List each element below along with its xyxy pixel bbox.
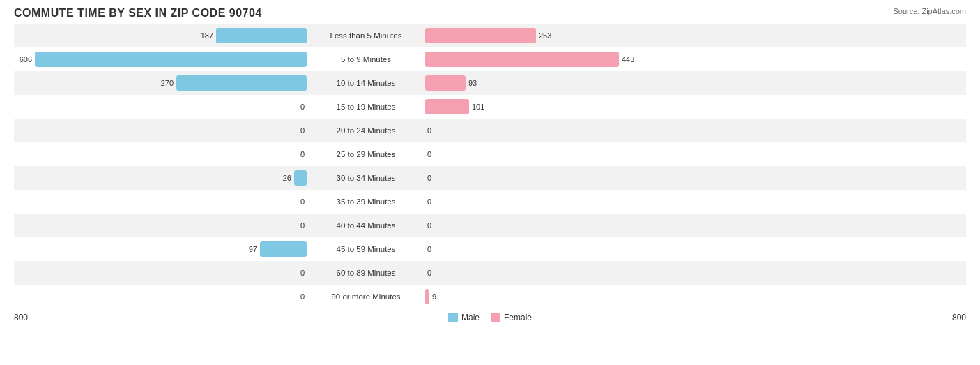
legend: Male Female — [448, 313, 532, 322]
female-value-zero: 0 — [425, 150, 434, 158]
left-bar-container: 97 — [14, 241, 307, 257]
legend-female-box — [491, 313, 500, 322]
female-value-zero: 0 — [425, 198, 434, 206]
legend-male: Male — [448, 313, 480, 322]
left-bar-container: 0 — [14, 126, 307, 135]
male-value-zero: 0 — [298, 292, 307, 301]
left-bar-container: 26 — [14, 170, 307, 186]
legend-male-box — [448, 313, 458, 322]
male-value-zero: 0 — [298, 126, 307, 135]
row-label: 90 or more Minutes — [307, 292, 425, 301]
female-value: 93 — [466, 79, 487, 87]
male-bar — [176, 75, 307, 91]
female-value-zero: 0 — [425, 126, 434, 135]
male-value-zero: 0 — [298, 198, 307, 206]
right-bar-container: 0 — [425, 150, 966, 158]
legend-female: Female — [491, 313, 532, 322]
chart-row: 187Less than 5 Minutes253 — [14, 24, 966, 47]
chart-row: 040 to 44 Minutes0 — [14, 214, 966, 237]
female-bar — [425, 75, 466, 91]
axis-left-label: 800 — [14, 313, 28, 322]
female-value-zero: 0 — [425, 245, 434, 253]
female-value-zero: 0 — [425, 221, 434, 230]
row-label: 45 to 59 Minutes — [307, 245, 425, 253]
row-label: 25 to 29 Minutes — [307, 150, 425, 158]
male-value: 26 — [273, 174, 294, 182]
right-bar-container: 0 — [425, 174, 966, 182]
female-value-zero: 0 — [425, 269, 434, 277]
left-bar-container: 0 — [14, 198, 307, 206]
male-bar — [260, 241, 307, 257]
female-value: 443 — [619, 55, 640, 64]
chart-container: COMMUTE TIME BY SEX IN ZIP CODE 90704 So… — [0, 0, 980, 365]
male-bar — [216, 28, 307, 43]
left-bar-container: 0 — [14, 103, 307, 111]
left-bar-container: 0 — [14, 221, 307, 230]
left-bar-container: 0 — [14, 150, 307, 158]
left-bar-container: 270 — [14, 75, 307, 91]
left-bar-container: 0 — [14, 269, 307, 277]
male-value-zero: 0 — [298, 221, 307, 230]
female-value: 253 — [536, 31, 557, 40]
chart-row: 025 to 29 Minutes0 — [14, 142, 966, 166]
chart-row: 9745 to 59 Minutes0 — [14, 237, 966, 261]
female-bar — [425, 99, 469, 114]
female-value: 9 — [429, 292, 450, 301]
left-bar-container: 187 — [14, 28, 307, 43]
right-bar-container: 253 — [425, 28, 966, 43]
right-bar-container: 443 — [425, 52, 966, 67]
row-label: 30 to 34 Minutes — [307, 174, 425, 182]
male-value: 270 — [155, 79, 176, 87]
male-value-zero: 0 — [298, 150, 307, 158]
male-bar — [294, 170, 307, 186]
legend-male-label: Male — [461, 313, 480, 322]
male-value-zero: 0 — [298, 103, 307, 111]
chart-footer: 800 Male Female 800 — [14, 313, 966, 322]
chart-title: COMMUTE TIME BY SEX IN ZIP CODE 90704 — [14, 7, 966, 20]
chart-row: 020 to 24 Minutes0 — [14, 119, 966, 142]
right-bar-container: 0 — [425, 126, 966, 135]
female-value-zero: 0 — [425, 174, 434, 182]
chart-row: 035 to 39 Minutes0 — [14, 190, 966, 214]
row-label: 15 to 19 Minutes — [307, 103, 425, 111]
left-bar-container: 0 — [14, 292, 307, 301]
male-value: 97 — [239, 245, 260, 253]
row-label: 10 to 14 Minutes — [307, 79, 425, 87]
row-label: 20 to 24 Minutes — [307, 126, 425, 135]
right-bar-container: 0 — [425, 221, 966, 230]
female-bar — [425, 52, 619, 67]
legend-female-label: Female — [504, 313, 532, 322]
row-label: 40 to 44 Minutes — [307, 221, 425, 230]
chart-row: 060 to 89 Minutes0 — [14, 261, 966, 285]
female-bar — [425, 28, 536, 43]
chart-body: 187Less than 5 Minutes2536065 to 9 Minut… — [14, 24, 966, 308]
row-label: 60 to 89 Minutes — [307, 269, 425, 277]
source-label: Source: ZipAtlas.com — [893, 7, 966, 15]
chart-row: 27010 to 14 Minutes93 — [14, 71, 966, 95]
male-value: 606 — [14, 55, 35, 64]
male-value-zero: 0 — [298, 269, 307, 277]
axis-right-label: 800 — [952, 313, 966, 322]
male-bar — [35, 52, 307, 67]
right-bar-container: 9 — [425, 289, 966, 304]
female-value: 101 — [469, 103, 490, 111]
male-value: 187 — [195, 31, 216, 40]
row-label: 35 to 39 Minutes — [307, 198, 425, 206]
right-bar-container: 101 — [425, 99, 966, 114]
right-bar-container: 0 — [425, 245, 966, 253]
chart-row: 2630 to 34 Minutes0 — [14, 166, 966, 190]
chart-row: 015 to 19 Minutes101 — [14, 95, 966, 119]
chart-row: 090 or more Minutes9 — [14, 285, 966, 308]
right-bar-container: 0 — [425, 269, 966, 277]
right-bar-container: 0 — [425, 198, 966, 206]
right-bar-container: 93 — [425, 75, 966, 91]
row-label: Less than 5 Minutes — [307, 31, 425, 40]
chart-row: 6065 to 9 Minutes443 — [14, 47, 966, 71]
row-label: 5 to 9 Minutes — [307, 55, 425, 64]
left-bar-container: 606 — [14, 52, 307, 67]
